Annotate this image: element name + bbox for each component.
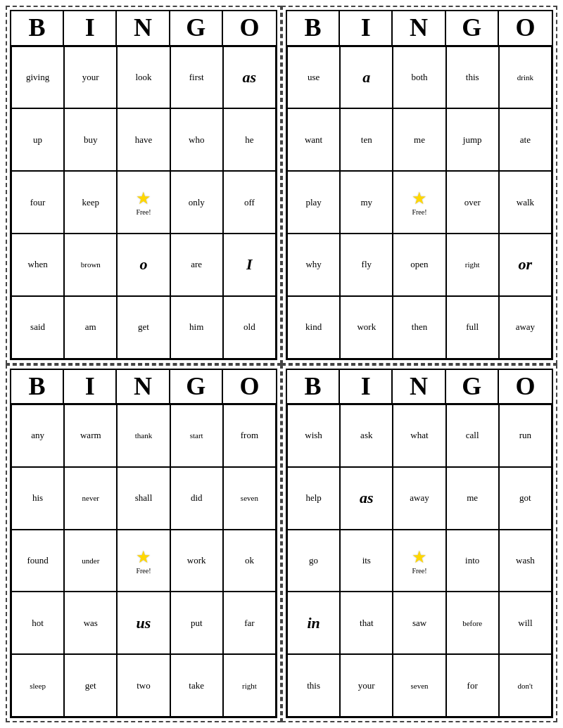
bingo-cell-8[interactable]: did (170, 467, 223, 530)
bingo-cell-16[interactable]: fly (340, 234, 393, 296)
bingo-cell-7[interactable]: shall (117, 467, 170, 530)
bingo-cell-24[interactable]: old (223, 296, 276, 359)
bingo-cell-5[interactable]: up (11, 108, 64, 171)
bingo-cell-2[interactable]: look (117, 46, 170, 109)
bingo-cell-13[interactable]: only (170, 171, 223, 234)
bingo-cell-2[interactable]: what (393, 404, 445, 467)
bingo-cell-6[interactable]: buy (64, 108, 117, 171)
bingo-cell-6[interactable]: never (64, 467, 117, 530)
bingo-cell-12[interactable]: ★Free! (117, 530, 170, 592)
bingo-cell-20[interactable]: kind (287, 296, 340, 359)
bingo-cell-5[interactable]: help (287, 467, 340, 530)
bingo-cell-17[interactable]: saw (393, 592, 445, 654)
bingo-cell-23[interactable]: full (446, 296, 499, 359)
bingo-cell-7[interactable]: have (117, 108, 170, 171)
bingo-cell-3[interactable]: this (446, 46, 499, 109)
bingo-cell-10[interactable]: four (11, 171, 64, 234)
bingo-cell-1[interactable]: ask (340, 404, 393, 467)
bingo-cell-23[interactable]: for (446, 654, 499, 717)
bingo-cell-11[interactable]: keep (64, 171, 117, 234)
bingo-cell-22[interactable]: two (117, 654, 170, 717)
bingo-cell-9[interactable]: got (499, 467, 552, 530)
bingo-cell-23[interactable]: take (170, 654, 223, 717)
bingo-cell-24[interactable]: don't (499, 654, 552, 717)
bingo-cell-17[interactable]: open (393, 234, 445, 296)
bingo-cell-8[interactable]: jump (446, 108, 499, 171)
bingo-cell-13[interactable]: over (446, 171, 499, 234)
bingo-cell-6[interactable]: ten (340, 108, 393, 171)
bingo-cell-21[interactable]: am (64, 296, 117, 359)
bingo-cell-20[interactable]: said (11, 296, 64, 359)
bingo-cell-8[interactable]: me (446, 467, 499, 530)
bingo-cell-19[interactable]: or (499, 234, 552, 296)
bingo-cell-22[interactable]: seven (393, 654, 445, 717)
bingo-cell-22[interactable]: then (393, 296, 445, 359)
bingo-cell-12[interactable]: ★Free! (393, 171, 445, 234)
bingo-cell-7[interactable]: away (393, 467, 445, 530)
bingo-cell-17[interactable]: o (117, 234, 170, 296)
bingo-cell-3[interactable]: call (446, 404, 499, 467)
bingo-cell-3[interactable]: first (170, 46, 223, 109)
bingo-cell-4[interactable]: drink (499, 46, 552, 109)
bingo-cell-1[interactable]: your (64, 46, 117, 109)
bingo-cell-12[interactable]: ★Free! (117, 171, 170, 234)
bingo-cell-4[interactable]: from (223, 404, 276, 467)
bingo-cell-24[interactable]: right (223, 654, 276, 717)
bingo-cell-24[interactable]: away (499, 296, 552, 359)
bingo-cell-7[interactable]: me (393, 108, 445, 171)
bingo-cell-4[interactable]: run (499, 404, 552, 467)
bingo-cell-11[interactable]: my (340, 171, 393, 234)
bingo-cell-20[interactable]: this (287, 654, 340, 717)
bingo-cell-20[interactable]: sleep (11, 654, 64, 717)
bingo-cell-23[interactable]: him (170, 296, 223, 359)
bingo-cell-19[interactable]: far (223, 592, 276, 654)
bingo-cell-16[interactable]: brown (64, 234, 117, 296)
bingo-cell-0[interactable]: any (11, 404, 64, 467)
bingo-cell-2[interactable]: both (393, 46, 445, 109)
bingo-cell-10[interactable]: go (287, 530, 340, 592)
bingo-cell-12[interactable]: ★Free! (393, 530, 445, 592)
bingo-cell-4[interactable]: as (223, 46, 276, 109)
bingo-cell-10[interactable]: play (287, 171, 340, 234)
bingo-cell-15[interactable]: when (11, 234, 64, 296)
bingo-cell-9[interactable]: he (223, 108, 276, 171)
bingo-cell-18[interactable]: are (170, 234, 223, 296)
bingo-cell-14[interactable]: walk (499, 171, 552, 234)
bingo-cell-11[interactable]: its (340, 530, 393, 592)
bingo-cell-9[interactable]: ate (499, 108, 552, 171)
bingo-cell-2[interactable]: thank (117, 404, 170, 467)
bingo-cell-11[interactable]: under (64, 530, 117, 592)
bingo-cell-17[interactable]: us (117, 592, 170, 654)
bingo-cell-5[interactable]: want (287, 108, 340, 171)
bingo-cell-14[interactable]: wash (499, 530, 552, 592)
bingo-cell-0[interactable]: use (287, 46, 340, 109)
bingo-cell-10[interactable]: found (11, 530, 64, 592)
bingo-cell-21[interactable]: your (340, 654, 393, 717)
bingo-cell-18[interactable]: right (446, 234, 499, 296)
bingo-cell-19[interactable]: will (499, 592, 552, 654)
bingo-cell-0[interactable]: wish (287, 404, 340, 467)
bingo-cell-19[interactable]: I (223, 234, 276, 296)
bingo-cell-8[interactable]: who (170, 108, 223, 171)
bingo-cell-15[interactable]: in (287, 592, 340, 654)
bingo-cell-15[interactable]: why (287, 234, 340, 296)
bingo-cell-13[interactable]: work (170, 530, 223, 592)
bingo-cell-21[interactable]: get (64, 654, 117, 717)
bingo-cell-3[interactable]: start (170, 404, 223, 467)
bingo-cell-18[interactable]: put (170, 592, 223, 654)
bingo-cell-6[interactable]: as (340, 467, 393, 530)
bingo-cell-16[interactable]: was (64, 592, 117, 654)
bingo-cell-16[interactable]: that (340, 592, 393, 654)
bingo-cell-15[interactable]: hot (11, 592, 64, 654)
bingo-cell-13[interactable]: into (446, 530, 499, 592)
bingo-cell-21[interactable]: work (340, 296, 393, 359)
bingo-cell-9[interactable]: seven (223, 467, 276, 530)
bingo-cell-22[interactable]: get (117, 296, 170, 359)
bingo-cell-1[interactable]: warm (64, 404, 117, 467)
bingo-cell-18[interactable]: before (446, 592, 499, 654)
bingo-cell-5[interactable]: his (11, 467, 64, 530)
bingo-cell-0[interactable]: giving (11, 46, 64, 109)
bingo-cell-14[interactable]: ok (223, 530, 276, 592)
bingo-cell-1[interactable]: a (340, 46, 393, 109)
bingo-cell-14[interactable]: off (223, 171, 276, 234)
